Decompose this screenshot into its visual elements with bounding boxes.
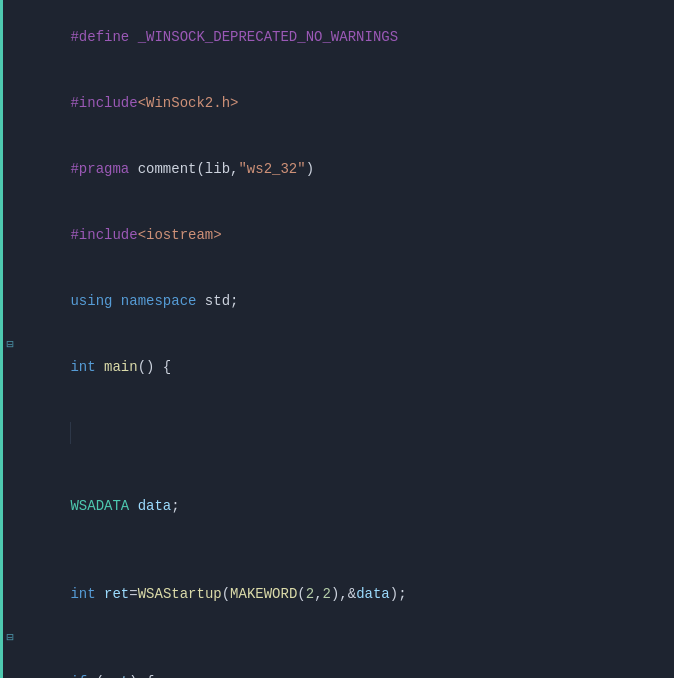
fold-icon-9[interactable]: ⊟	[2, 627, 18, 649]
include-keyword: #include	[70, 95, 137, 111]
code-line-3: #pragma comment(lib,"ws2_32")	[0, 136, 674, 202]
main-func: main	[104, 359, 138, 375]
code-line-9: ⊟ if (ret) {	[0, 627, 674, 678]
indent-1	[70, 422, 90, 444]
code-editor: #define _WINSOCK_DEPRECATED_NO_WARNINGS …	[0, 0, 674, 678]
code-line-8: int ret=WSAStartup(MAKEWORD(2,2),&data);	[0, 539, 674, 627]
if-keyword-1: if	[70, 674, 87, 678]
num-2-1: 2	[306, 586, 314, 602]
include-file: <WinSock2.h>	[138, 95, 239, 111]
data-ref: data	[356, 586, 390, 602]
gutter-9: ⊟	[0, 627, 20, 649]
data-var: data	[138, 498, 172, 514]
include-file-2: <iostream>	[138, 227, 222, 243]
include-keyword-2: #include	[70, 227, 137, 243]
line-content-7: WSADATA data;	[20, 400, 670, 539]
line-content-1: #define _WINSOCK_DEPRECATED_NO_WARNINGS	[20, 4, 670, 70]
wsastartup-func: WSAStartup	[138, 586, 222, 602]
makeword-func: MAKEWORD	[230, 586, 297, 602]
ret-var-2: ret	[104, 674, 129, 678]
line-content-8: int ret=WSAStartup(MAKEWORD(2,2),&data);	[20, 539, 670, 627]
preprocessor-keyword: #define	[70, 29, 129, 45]
line-content-3: #pragma comment(lib,"ws2_32")	[20, 136, 670, 202]
num-2-2: 2	[323, 586, 331, 602]
namespace-keyword: namespace	[121, 293, 197, 309]
code-line-6: ⊟ int main() {	[0, 334, 674, 400]
int-keyword-2: int	[70, 586, 95, 602]
ret-var: ret	[104, 586, 129, 602]
int-keyword: int	[70, 359, 95, 375]
line-content-9: if (ret) {	[20, 627, 670, 678]
using-keyword: using	[70, 293, 112, 309]
line-content-5: using namespace std;	[20, 268, 670, 334]
fold-icon-6[interactable]: ⊟	[2, 334, 18, 356]
line-content-4: #include<iostream>	[20, 202, 670, 268]
code-line-7: WSADATA data;	[0, 400, 674, 539]
wsadata-type: WSADATA	[70, 498, 129, 514]
line-content-2: #include<WinSock2.h>	[20, 70, 670, 136]
macro-name: _WINSOCK_DEPRECATED_NO_WARNINGS	[138, 29, 398, 45]
line-content-6: int main() {	[20, 334, 670, 400]
pragma-string: "ws2_32"	[238, 161, 305, 177]
code-line-4: #include<iostream>	[0, 202, 674, 268]
code-line-1: #define _WINSOCK_DEPRECATED_NO_WARNINGS	[0, 4, 674, 70]
gutter-6: ⊟	[0, 334, 20, 356]
code-line-2: #include<WinSock2.h>	[0, 70, 674, 136]
code-line-5: using namespace std;	[0, 268, 674, 334]
pragma-keyword: #pragma	[70, 161, 129, 177]
